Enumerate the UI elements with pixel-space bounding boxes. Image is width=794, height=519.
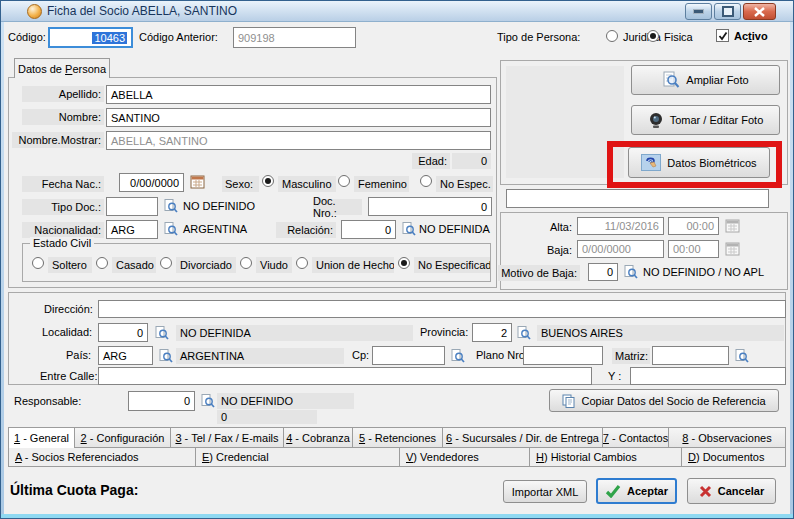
tab-vendedores[interactable]: V) Vendedores xyxy=(400,447,530,467)
tab-observaciones[interactable]: 8 - Observaciones xyxy=(669,427,786,448)
apellido-field[interactable]: ABELLA xyxy=(106,85,491,104)
motivo-baja-field[interactable]: 0 xyxy=(588,263,618,281)
radio-sexo-femenino[interactable] xyxy=(338,175,350,187)
calendar-icon[interactable] xyxy=(190,174,205,189)
tab-credencial-label: E) Credencial xyxy=(202,451,269,463)
provincia-field[interactable]: 2 xyxy=(472,323,512,342)
codigo-field[interactable]: 10463 xyxy=(48,27,133,48)
search-icon[interactable] xyxy=(451,349,465,363)
provincia-label: Provincia: xyxy=(420,326,468,338)
pais-value: ARG xyxy=(103,350,127,362)
motivo-baja-text: NO DEFINIDO / NO APL xyxy=(643,266,786,278)
photo-caption-field[interactable] xyxy=(506,189,769,208)
responsable-field[interactable]: 0 xyxy=(128,391,195,411)
responsable-text: NO DEFINIDO xyxy=(217,393,354,409)
codigo-anterior-value: 909198 xyxy=(238,32,275,44)
tab-configuracion[interactable]: 2 - Configuración xyxy=(75,427,171,448)
aceptar-button[interactable]: Aceptar xyxy=(596,478,677,504)
radio-sexo-no-espec[interactable] xyxy=(420,175,432,187)
tab-retenciones[interactable]: 5 - Retenciones xyxy=(353,427,443,448)
radio-soltero[interactable] xyxy=(32,257,44,269)
search-icon[interactable] xyxy=(624,265,638,279)
tab-datos-de-persona[interactable]: Datos de Persona xyxy=(14,58,110,78)
fecha-nac-field[interactable]: 0/00/0000 xyxy=(119,173,184,192)
tipo-doc-text: NO DEFINIDO xyxy=(183,200,255,212)
localidad-field[interactable]: 0 xyxy=(98,323,148,342)
matriz-field[interactable] xyxy=(652,346,729,365)
radio-sexo-masculino-label: Masculino xyxy=(278,176,336,192)
tab-socios-referenciados[interactable]: A - Socios Referenciados xyxy=(8,447,196,467)
direccion-field[interactable] xyxy=(98,300,786,318)
search-icon[interactable] xyxy=(201,394,215,408)
copiar-datos-button[interactable]: Copiar Datos del Socio de Referencia xyxy=(549,389,779,412)
ampliar-foto-button[interactable]: Ampliar Foto xyxy=(631,65,780,95)
tipo-doc-field[interactable] xyxy=(106,197,158,216)
activo-checkbox[interactable] xyxy=(716,29,729,42)
nombre-field[interactable]: SANTINO xyxy=(106,108,491,127)
search-icon[interactable] xyxy=(735,349,749,363)
search-icon[interactable] xyxy=(155,326,169,340)
search-icon[interactable] xyxy=(164,222,178,236)
tab-tel-fax-emails[interactable]: 3 - Tel / Fax / E-mails xyxy=(171,427,284,448)
tab-observaciones-label: 8 - Observaciones xyxy=(682,432,771,444)
tab-sucursales[interactable]: 6 - Sucursales / Dir. de Entrega xyxy=(443,427,603,448)
search-icon[interactable] xyxy=(159,349,173,363)
apellido-label: Apellido: xyxy=(22,86,104,102)
pais-text: ARGENTINA xyxy=(176,348,344,364)
radio-union-de-hecho[interactable] xyxy=(296,257,308,269)
doc-nro-label: Doc. Nro.: xyxy=(313,199,362,215)
close-icon xyxy=(754,7,765,17)
search-icon[interactable] xyxy=(517,326,531,340)
tab-historial-cambios-label: H) Historial Cambios xyxy=(536,451,637,463)
webcam-icon xyxy=(648,112,664,129)
radio-no-especificado[interactable] xyxy=(398,257,410,269)
cancelar-button[interactable]: Cancelar xyxy=(687,478,776,504)
entre-calle-field[interactable] xyxy=(98,367,592,385)
relacion-value: 0 xyxy=(385,224,391,236)
tab-documentos[interactable]: D) Documentos xyxy=(682,447,786,467)
provincia-value: 2 xyxy=(501,327,507,339)
relacion-field[interactable]: 0 xyxy=(341,220,396,239)
importar-xml-button[interactable]: Importar XML xyxy=(503,480,587,503)
ficha-socio-window: Ficha del Socio ABELLA, SANTINO Código: … xyxy=(0,0,794,519)
tab-credencial[interactable]: E) Credencial xyxy=(196,447,400,467)
tipo-doc-label: Tipo Doc.: xyxy=(22,199,104,215)
cancelar-label: Cancelar xyxy=(718,485,764,497)
radio-juridica[interactable] xyxy=(606,30,618,42)
radio-sexo-masculino[interactable] xyxy=(262,175,274,187)
radio-divorciado[interactable] xyxy=(160,257,172,269)
close-button[interactable] xyxy=(743,3,776,20)
pais-field[interactable]: ARG xyxy=(98,346,153,365)
search-icon[interactable] xyxy=(402,222,416,236)
maximize-button[interactable] xyxy=(714,3,741,20)
tab-contactos[interactable]: 7 - Contactos xyxy=(603,427,669,448)
tab-configuracion-label: 2 - Configuración xyxy=(81,432,165,444)
radio-viudo-label: Viudo xyxy=(256,257,292,273)
baja-time-value: 00:00 xyxy=(673,243,701,255)
radio-casado[interactable] xyxy=(96,257,108,269)
tab-general-label: 1 - General xyxy=(14,432,69,444)
tomar-editar-foto-button[interactable]: Tomar / Editar Foto xyxy=(631,105,780,135)
radio-fisica[interactable] xyxy=(647,30,659,42)
tab-general[interactable]: 1 - General xyxy=(8,427,75,448)
nombre-mostrar-value: ABELLA, SANTINO xyxy=(111,135,208,147)
minimize-button[interactable] xyxy=(685,3,712,20)
tab-historial-cambios[interactable]: H) Historial Cambios xyxy=(530,447,682,467)
radio-casado-label: Casado xyxy=(112,257,156,273)
y-field[interactable] xyxy=(630,367,786,385)
tab-socios-referenciados-label: A - Socios Referenciados xyxy=(15,451,139,463)
search-icon[interactable] xyxy=(164,199,178,213)
nombre-value: SANTINO xyxy=(111,112,160,124)
tab-vendedores-label: V) Vendedores xyxy=(406,451,479,463)
doc-nro-field[interactable]: 0 xyxy=(368,197,492,216)
baja-date-value: 0/00/0000 xyxy=(582,243,631,255)
plano-nro-field[interactable] xyxy=(523,346,603,365)
nacionalidad-field[interactable]: ARG xyxy=(106,220,158,239)
motivo-baja-label: Motivo de Baja: xyxy=(498,265,580,281)
radio-viudo[interactable] xyxy=(240,257,252,269)
tomar-editar-foto-label: Tomar / Editar Foto xyxy=(670,114,764,126)
cp-field[interactable] xyxy=(372,346,445,365)
nacionalidad-value: ARG xyxy=(111,224,135,236)
calendar-icon xyxy=(725,218,740,233)
tab-cobranza[interactable]: 4 - Cobranza xyxy=(284,427,353,448)
